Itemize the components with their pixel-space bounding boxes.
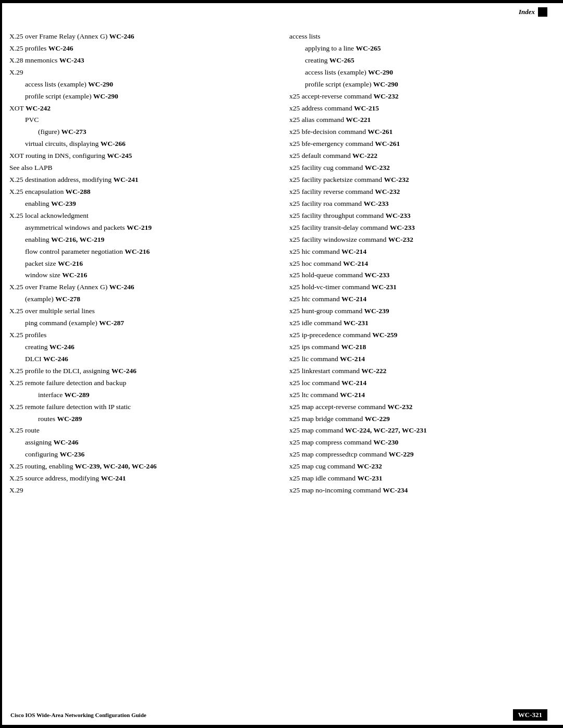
entry-text: routes [38,415,55,423]
index-entry: packet size WC-216 [9,258,274,269]
index-entry: x25 hoc command WC-214 [289,258,554,269]
entry-text: DLCI [25,355,42,363]
entry-text: x25 lic command [289,355,338,363]
entry-text: x25 map no-incoming command [289,486,381,494]
entry-ref: WC-265 [356,44,381,52]
entry-ref: WC-229 [365,415,390,423]
entry-text: access lists [289,32,321,40]
index-entry: asymmetrical windows and packets WC-219 [9,223,274,233]
index-entry: x25 bfe-emergency command WC-261 [289,139,554,150]
entry-text: x25 map compress command [289,438,372,446]
entry-text: x25 htc command [289,295,340,303]
entry-text: (example) [25,295,54,303]
entry-text: X.25 over multiple serial lines [9,307,95,315]
entry-ref: WC-232 [388,236,413,243]
index-entry: x25 map accept-reverse command WC-232 [289,402,554,413]
entry-text: x25 facility reverse command [289,188,373,195]
page-footer: Cisco IOS Wide-Area Networking Configura… [0,709,563,721]
entry-text: access lists (example) [305,68,366,76]
entry-text: configuring [25,450,58,458]
entry-ref: WC-214 [341,379,366,387]
index-entry: access lists (example) WC-290 [289,67,554,78]
entry-ref: WC-230 [373,438,398,446]
entry-ref: WC-216, WC-219 [51,236,105,243]
entry-text: enabling [25,236,50,243]
entry-ref: WC-266 [101,140,126,147]
entry-ref: WC-265 [329,56,354,64]
entry-text: x25 ip-precedence command [289,331,371,339]
entry-ref: WC-232 [387,403,412,411]
main-content: X.25 over Frame Relay (Annex G) WC-246X.… [9,26,554,702]
entry-text: assigning [25,438,52,446]
index-entry: x25 ip-precedence command WC-259 [289,330,554,341]
index-entry: x25 idle command WC-231 [289,318,554,329]
entry-text: x25 bfe-emergency command [289,140,373,147]
index-entry: x25 hold-queue command WC-233 [289,270,554,281]
index-entry: enabling WC-239 [9,199,274,209]
index-entry: x25 facility cug command WC-232 [289,163,554,174]
entry-text: x25 facility transit-delay command [289,224,388,231]
index-entry: profile script (example) WC-290 [289,79,554,90]
entry-ref: WC-290 [373,80,398,88]
entry-ref: WC-214 [343,260,368,267]
index-entry: ping command (example) WC-287 [9,318,274,329]
entry-text: x25 bfe-decision command [289,128,366,135]
entry-ref: WC-221 [346,116,371,124]
entry-text: x25 address command [289,104,352,112]
entry-text: x25 map bridge command [289,415,363,423]
entry-ref: WC-232 [365,164,390,171]
index-entry: DLCI WC-246 [9,354,274,365]
index-entry: x25 facility windowsize command WC-232 [289,235,554,245]
entry-text: x25 default command [289,152,351,159]
footer-page-number: WC-321 [513,709,547,721]
index-entry: X.25 profile to the DLCI, assigning WC-2… [9,366,274,377]
entry-text: x25 facility packetsize command [289,176,382,183]
index-entry: X.25 over multiple serial lines [9,306,274,317]
entry-ref: WC-214 [341,248,366,255]
entry-text: packet size [25,260,56,267]
index-entry: X.28 mnemonics WC-243 [9,55,274,66]
entry-ref: WC-232 [375,188,400,195]
entry-text: x25 map command [289,426,343,434]
header-index-label: Index [519,8,535,16]
index-entry: X.29 [9,67,274,78]
entry-text: ping command (example) [25,319,97,327]
index-entry: x25 map cug command WC-232 [289,461,554,472]
index-entry: x25 alias command WC-221 [289,115,554,126]
index-entry: (example) WC-278 [9,294,274,305]
index-entry: X.29 [9,485,274,496]
index-entry: X.25 profiles [9,330,274,341]
index-entry: X.25 profiles WC-246 [9,43,274,54]
entry-ref: WC-278 [55,295,80,303]
entry-text: x25 map accept-reverse command [289,403,386,411]
entry-ref: WC-239 [364,307,389,315]
entry-ref: WC-239 [51,200,76,207]
index-entry: x25 bfe-decision command WC-261 [289,127,554,138]
entry-ref: WC-233 [390,224,415,231]
index-entry: access lists (example) WC-290 [9,79,274,90]
entry-text: virtual circuits, displaying [25,140,99,147]
entry-ref: WC-214 [340,391,365,399]
index-entry: x25 ltc command WC-214 [289,390,554,401]
entry-text: profile script (example) [305,80,371,88]
index-entry: x25 facility reverse command WC-232 [289,187,554,198]
entry-ref: WC-234 [383,486,408,494]
entry-ref: WC-246 [48,44,74,52]
entry-ref: WC-224, WC-227, WC-231 [345,426,427,434]
entry-ref: WC-231 [344,319,369,327]
entry-text: X.28 mnemonics [9,56,57,64]
entry-ref: WC-287 [99,319,124,327]
entry-ref: WC-232 [357,462,382,470]
left-column: X.25 over Frame Relay (Annex G) WC-246X.… [9,26,274,702]
entry-ref: WC-222 [361,367,386,375]
entry-text: X.25 over Frame Relay (Annex G) [9,32,107,40]
entry-text: X.29 [9,68,23,76]
entry-ref: WC-261 [368,128,393,135]
page-header: Index [519,7,547,17]
entry-text: X.25 profiles [9,331,46,339]
entry-ref: WC-246 [43,355,68,363]
right-column: access listsapplying to a line WC-265cre… [289,26,554,702]
index-entry: interface WC-289 [9,390,274,401]
entry-text: x25 hic command [289,248,340,255]
left-border [0,3,2,725]
